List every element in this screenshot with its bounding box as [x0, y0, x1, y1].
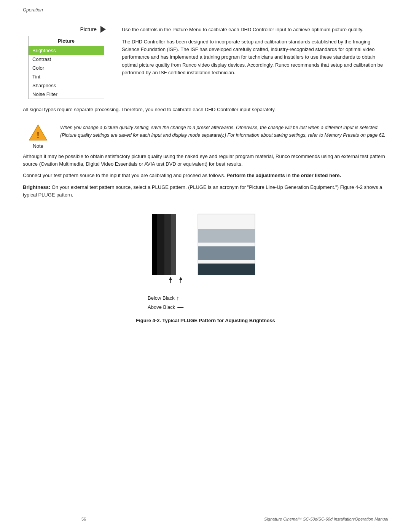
svg-rect-8 — [152, 214, 157, 275]
below-black-label: Below Black ↑ — [148, 295, 179, 302]
menu-item-contrast[interactable]: Contrast — [29, 55, 104, 64]
menu-item-brightness[interactable]: Brightness — [29, 46, 104, 55]
picture-label: Picture — [80, 26, 97, 32]
note-text: When you change a picture quality settin… — [60, 124, 388, 139]
svg-rect-9 — [171, 214, 176, 275]
svg-text:!: ! — [37, 130, 39, 140]
intro-text-1: Use the controls in the Picture Menu to … — [122, 26, 388, 34]
footer-page-number: 56 — [23, 517, 145, 521]
left-column: Picture Picture Brightness Contrast Colo… — [23, 26, 110, 99]
picture-menu: Picture Brightness Contrast Color Tint S… — [28, 36, 104, 99]
warning-triangle-icon: ! — [29, 124, 48, 141]
page: Operation Picture Picture Brightness Con… — [0, 0, 411, 532]
svg-marker-11 — [169, 277, 172, 280]
connect-text-bold: Perform the adjustments in the order lis… — [227, 173, 341, 178]
pluge-svg-container — [141, 210, 270, 294]
calibration-text: Although it may be possible to obtain sa… — [23, 153, 388, 168]
menu-item-noise-filter[interactable]: Noise Filter — [29, 90, 104, 99]
pluge-labels: Below Black ↑ Above Black — — [141, 295, 270, 314]
pluge-diagram-svg — [141, 210, 270, 294]
diagram-area: Below Black ↑ Above Black — Figure 4-2. … — [23, 210, 388, 323]
intro-text-2: The DHD Controller has been designed to … — [122, 38, 388, 77]
note-icon-area: ! Note — [23, 124, 53, 149]
menu-item-sharpness[interactable]: Sharpness — [29, 81, 104, 90]
menu-header: Picture — [29, 36, 104, 46]
svg-marker-13 — [179, 277, 182, 280]
menu-item-tint[interactable]: Tint — [29, 72, 104, 81]
signal-text: All signal types require separate proces… — [23, 106, 388, 113]
section-label: Operation — [23, 7, 43, 13]
menu-item-color[interactable]: Color — [29, 64, 104, 72]
right-column: Use the controls in the Picture Menu to … — [122, 26, 388, 99]
below-black-arrow: ↑ — [176, 295, 179, 302]
main-content: Picture Picture Brightness Contrast Colo… — [0, 15, 411, 342]
footer-title: Signature Cinema™ SC-50d/SC-60d Installa… — [145, 517, 388, 521]
page-footer: 56 Signature Cinema™ SC-50d/SC-60d Insta… — [0, 517, 411, 521]
svg-rect-6 — [198, 246, 255, 260]
svg-rect-7 — [198, 264, 255, 275]
above-black-line: — — [177, 304, 183, 311]
page-header: Operation — [0, 0, 411, 15]
arrow-icon — [100, 26, 106, 33]
brightness-paragraph: Brightness: On your external test patter… — [23, 184, 388, 199]
picture-row: Picture Picture Brightness Contrast Colo… — [23, 26, 388, 99]
note-label: Note — [33, 143, 43, 149]
note-box: ! Note When you change a picture quality… — [23, 124, 388, 149]
brightness-bold-label: Brightness: — [23, 184, 50, 190]
pluge-figure: Below Black ↑ Above Black — Figure 4-2. … — [136, 210, 275, 323]
brightness-text: On your external test pattern source, se… — [23, 184, 382, 198]
above-black-label: Above Black — — [148, 304, 183, 311]
figure-caption: Figure 4-2. Typical PLUGE Pattern for Ad… — [136, 318, 275, 323]
picture-label-row: Picture — [23, 26, 110, 33]
connect-text: Connect your test pattern source to the … — [23, 172, 388, 179]
svg-rect-5 — [198, 229, 255, 243]
